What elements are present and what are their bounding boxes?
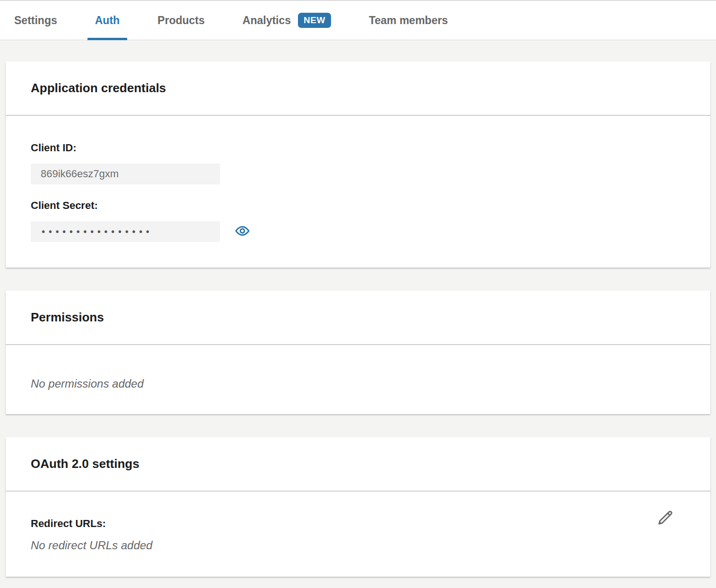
client-secret-row: •••••••••••••••• xyxy=(31,221,685,242)
pencil-icon xyxy=(657,509,674,527)
edit-redirect-urls-button[interactable] xyxy=(657,509,674,527)
client-secret-field[interactable]: •••••••••••••••• xyxy=(31,221,220,242)
page-content: Application credentials Client ID: 869ik… xyxy=(0,40,716,577)
application-credentials-header: Application credentials xyxy=(6,61,710,116)
application-credentials-card: Application credentials Client ID: 869ik… xyxy=(6,61,710,268)
oauth-settings-title: OAuth 2.0 settings xyxy=(31,457,140,471)
application-credentials-body: Client ID: 869ik66esz7gxm Client Secret:… xyxy=(6,116,710,268)
oauth-settings-body: Redirect URLs: No redirect URLs added xyxy=(6,492,710,577)
permissions-card: Permissions No permissions added xyxy=(6,291,710,414)
reveal-secret-button[interactable] xyxy=(235,224,250,240)
oauth-settings-card: OAuth 2.0 settings Redirect URLs: No red… xyxy=(6,437,710,577)
redirect-urls-label: Redirect URLs: xyxy=(31,518,685,530)
tab-team-members[interactable]: Team members xyxy=(361,1,455,40)
permissions-title: Permissions xyxy=(31,310,104,325)
tab-auth-label: Auth xyxy=(95,14,120,27)
tab-settings-label: Settings xyxy=(14,14,57,27)
tab-settings[interactable]: Settings xyxy=(7,1,65,40)
tab-analytics-label: Analytics xyxy=(243,14,291,27)
app-tab-bar: Settings Auth Products Analytics NEW Tea… xyxy=(0,0,716,40)
application-credentials-title: Application credentials xyxy=(31,81,166,95)
tab-products-label: Products xyxy=(157,14,205,27)
tab-analytics[interactable]: Analytics NEW xyxy=(235,1,339,40)
tab-products[interactable]: Products xyxy=(150,1,212,40)
permissions-empty-text: No permissions added xyxy=(31,377,685,390)
permissions-header: Permissions xyxy=(6,291,710,345)
eye-icon xyxy=(235,224,250,240)
new-badge: NEW xyxy=(298,13,331,28)
client-id-label: Client ID: xyxy=(31,142,685,154)
oauth-settings-header: OAuth 2.0 settings xyxy=(6,437,710,492)
client-secret-label: Client Secret: xyxy=(31,199,685,212)
client-id-field[interactable]: 869ik66esz7gxm xyxy=(31,164,220,184)
permissions-body: No permissions added xyxy=(6,345,710,414)
tab-auth[interactable]: Auth xyxy=(87,1,127,40)
redirect-urls-empty-text: No redirect URLs added xyxy=(31,539,685,552)
tab-team-members-label: Team members xyxy=(369,14,448,27)
